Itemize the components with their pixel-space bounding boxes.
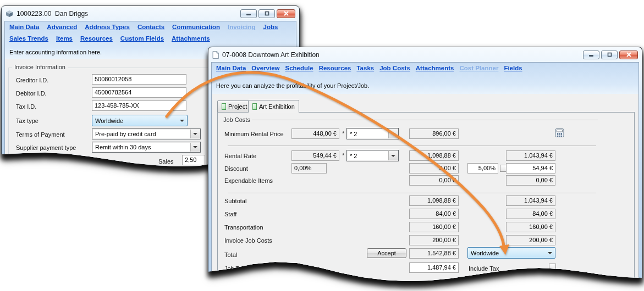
rental-rate-total: 1.098,88 € [409, 150, 459, 161]
tax-type-combo[interactable]: Worldwide [92, 115, 188, 126]
window-title-name: Dan Driggs [55, 10, 88, 18]
invoice-job-costs-label: Invoice Job Costs [224, 237, 272, 244]
tab-attachments[interactable]: Attachments [416, 65, 454, 71]
project-window-body: Main Data Overview Schedule Resources Ta… [211, 62, 639, 284]
section-divider [228, 193, 596, 193]
tab-overview[interactable]: Overview [251, 65, 279, 71]
minimize-button[interactable] [583, 51, 599, 59]
tab-resources[interactable]: Resources [319, 65, 351, 71]
staff-discounted: 84,00 € [506, 209, 555, 219]
group-title: Invoice Information [12, 64, 68, 70]
multiply-sign: * [342, 152, 344, 159]
multiplier-value: * 2 [350, 131, 357, 137]
tab-fields[interactable]: Fields [504, 65, 522, 71]
tab-items[interactable]: Items [56, 35, 73, 42]
chevron-down-icon[interactable] [388, 129, 398, 138]
subtotal-label: Subtotal [224, 198, 246, 204]
tab-schedule[interactable]: Schedule [285, 65, 313, 71]
rental-rate-label: Rental Rate [224, 153, 256, 159]
page-tab-project[interactable]: Project [217, 100, 251, 112]
window-title-number: 1000223.00 [16, 10, 51, 18]
chevron-down-icon[interactable] [388, 151, 398, 160]
discount-alt-percent-field[interactable]: 5,00% [467, 163, 498, 174]
tab-main-data[interactable]: Main Data [9, 24, 39, 30]
job-totals-label: Job Totals [224, 265, 251, 272]
total-tax-type-combo[interactable]: Worldwide [467, 247, 555, 259]
minimize-button[interactable] [240, 9, 257, 18]
debitor-id-field[interactable]: 45000782564 [92, 87, 186, 98]
chevron-down-icon[interactable] [546, 248, 554, 258]
tab-job-costs[interactable]: Job Costs [379, 65, 410, 71]
min-rental-price: 448,00 € [291, 128, 339, 139]
tab-cost-planner[interactable]: Cost Planner [459, 65, 498, 71]
terms-of-payment-combo[interactable]: Pre-paid by credit card [92, 128, 201, 139]
multiply-sign: * [342, 130, 344, 137]
contact-window-titlebar[interactable]: 1000223.00 Dan Driggs [2, 6, 299, 21]
min-rental-total: 896,00 € [409, 128, 459, 139]
tab-custom-fields[interactable]: Custom Fields [120, 35, 164, 42]
restore-button[interactable] [258, 9, 275, 18]
tab-resources[interactable]: Resources [80, 35, 113, 42]
creditor-id-field[interactable]: 50080012058 [92, 74, 186, 85]
rental-rate-multiplier-combo[interactable]: * 2 [346, 150, 399, 161]
include-tax-checkbox[interactable] [549, 264, 556, 271]
accept-button[interactable]: Accept [367, 248, 406, 258]
tab-advanced[interactable]: Advanced [47, 24, 77, 30]
group-title: Job Costs [223, 116, 250, 123]
subtotal-discounted: 1.043,94 € [506, 195, 555, 206]
supplier-payment-type-combo[interactable]: Remit within 30 days [92, 142, 201, 153]
chevron-down-icon[interactable] [190, 143, 200, 152]
tax-type-value: Worldwide [95, 117, 123, 124]
supplier-payment-type-value: Remit within 30 days [95, 144, 151, 150]
tab-tasks[interactable]: Tasks [356, 65, 374, 71]
terms-of-payment-value: Pre-paid by credit card [95, 131, 156, 137]
tab-main-data[interactable]: Main Data [216, 65, 246, 71]
close-button[interactable] [277, 9, 295, 18]
tax-id-field[interactable]: 123-458-785-XX [92, 100, 186, 111]
project-window: 07-0008 Downtown Art Exhibition Main Dat… [208, 47, 642, 284]
min-rental-label: Minimum Rental Price [224, 131, 284, 137]
min-rental-multiplier-combo[interactable]: * 2 [346, 128, 399, 139]
discount-percent: 0,00% [291, 163, 327, 174]
sales-label: Sales [158, 158, 174, 165]
close-button[interactable] [619, 51, 638, 59]
discount-total: 0,00 € [409, 163, 459, 174]
tab-communication[interactable]: Communication [172, 24, 220, 30]
restore-button[interactable] [601, 51, 618, 59]
tab-attachments[interactable]: Attachments [172, 35, 210, 42]
calculator-icon[interactable] [555, 128, 564, 138]
tab-contacts[interactable]: Contacts [137, 24, 164, 30]
include-tax-label: Include Tax [469, 265, 499, 272]
desktop-canvas: 1000223.00 Dan Driggs Main Data Advanced… [0, 0, 644, 291]
exhibition-status-icon [252, 103, 257, 110]
tab-invoicing[interactable]: Invoicing [228, 24, 255, 30]
transportation-total: 160,00 € [409, 222, 459, 232]
discount-amount-field[interactable]: 54,94 € [506, 163, 555, 174]
chevron-down-icon[interactable] [190, 130, 200, 138]
page-tab-art-exhibition[interactable]: Art Exhibition [248, 100, 299, 113]
supplier-payment-type-label: Supplier payment type [16, 144, 76, 151]
truncated-label: B [95, 158, 99, 164]
page-tab-label: Art Exhibition [259, 103, 295, 110]
sales-field[interactable]: 2,50 [182, 155, 205, 165]
expendable-total: 0,00 € [409, 175, 459, 186]
tab-address-types[interactable]: Address Types [85, 24, 130, 30]
debitor-id-label: Debitor I.D. [16, 90, 47, 97]
invoice-job-costs-total: 200,00 € [409, 235, 459, 245]
tab-sales-trends[interactable]: Sales Trends [9, 35, 48, 42]
job-totals-field[interactable]: 1.487,94 € [409, 262, 459, 273]
page-tab-label: Project [228, 103, 247, 110]
chevron-down-icon[interactable] [178, 116, 186, 125]
tax-type-value: Worldwide [471, 250, 499, 256]
rental-rate-discounted: 1.043,94 € [506, 150, 555, 161]
status-text: Enter accounting information here. [9, 49, 102, 55]
window-title: 07-0008 Downtown Art Exhibition [222, 51, 320, 59]
tax-type-label: Tax type [16, 117, 38, 124]
group-rule [252, 120, 598, 120]
project-nav-band: Main Data Overview Schedule Resources Ta… [212, 63, 639, 94]
project-window-titlebar[interactable]: 07-0008 Downtown Art Exhibition [208, 47, 642, 62]
multiplier-value: * 2 [350, 153, 357, 159]
staff-label: Staff [224, 211, 236, 217]
expendable-discounted: 0,00 € [506, 175, 555, 186]
tab-jobs[interactable]: Jobs [263, 24, 278, 30]
